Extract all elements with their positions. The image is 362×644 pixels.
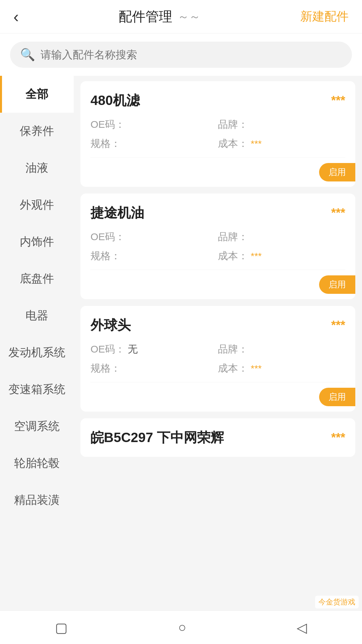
spec-label: 规格： [90,249,121,263]
search-input[interactable] [41,49,342,61]
part-name: 480机滤 [90,91,140,110]
status-badge[interactable]: 启用 [319,275,355,294]
spec-field: 规格： [90,249,218,263]
content-area: 480机滤 *** OE码： 品牌： 规格： [74,76,362,612]
header: ‹ 配件管理 ～～ 新建配件 [0,0,362,34]
part-name: 外球头 [90,316,131,334]
oe-value: 无 [128,342,138,356]
card-footer: 启用 [90,157,345,187]
part-price: *** [331,206,345,220]
sidebar-item-precision[interactable]: 精品装潢 [0,482,74,519]
card-footer: 启用 [90,382,345,412]
bottom-nav: ▢ ○ ◁ [0,610,362,644]
cost-field: 成本： *** [218,362,345,375]
sidebar-item-ac[interactable]: 空调系统 [0,408,74,445]
cost-field: 成本： *** [218,137,345,151]
brand-label: 品牌： [218,342,248,356]
sidebar-item-gearbox[interactable]: 变速箱系统 [0,371,74,408]
part-price: *** [331,431,345,445]
brand-label: 品牌： [218,118,248,131]
search-field-wrapper[interactable]: 🔍 [10,42,352,68]
search-bar: 🔍 [0,34,362,76]
cost-label: 成本： [218,249,248,263]
oe-field: OE码： 无 [90,342,218,356]
part-card-part1[interactable]: 480机滤 *** OE码： 品牌： 规格： [80,81,355,187]
nav-circle-button[interactable]: ○ [178,620,186,635]
spec-field: 规格： [90,362,218,375]
new-part-button[interactable]: 新建配件 [300,8,349,25]
card-header: 480机滤 *** [90,91,345,110]
cost-label: 成本： [218,362,248,375]
watermark: 今金货游戏 [315,596,359,608]
sidebar-item-chassis[interactable]: 底盘件 [0,260,74,297]
part-name: 捷途机油 [90,204,144,222]
status-badge[interactable]: 启用 [319,163,355,181]
card-header: 捷途机油 *** [90,204,345,222]
cost-field: 成本： *** [218,249,345,263]
spec-label: 规格： [90,362,121,375]
brand-field: 品牌： [218,230,345,244]
page-title: 配件管理 [119,7,172,26]
card-footer: 启用 [90,270,345,299]
oe-field: OE码： [90,230,218,244]
oe-label: OE码： [90,230,125,244]
sidebar-item-all[interactable]: 全部 [0,76,74,113]
sidebar-item-maintenance[interactable]: 保养件 [0,113,74,150]
card-fields: OE码： 无 品牌： 规格： 成本： *** [90,342,345,375]
header-title-group: 配件管理 ～～ [119,7,200,26]
status-badge[interactable]: 启用 [319,388,355,406]
part-card-part4[interactable]: 皖B5C297 下中网荣辉 *** [80,418,355,457]
sidebar-item-exterior[interactable]: 外观件 [0,186,74,223]
search-icon: 🔍 [20,48,35,62]
nav-triangle-button[interactable]: ◁ [297,620,307,635]
spec-field: 规格： [90,137,218,151]
nav-square-button[interactable]: ▢ [55,620,68,635]
cost-value: *** [251,363,262,374]
brand-label: 品牌： [218,230,248,244]
card-fields: OE码： 品牌： 规格： 成本： *** [90,118,345,151]
sidebar: 全部保养件油液外观件内饰件底盘件电器发动机系统变速箱系统空调系统轮胎轮毂精品装潢 [0,76,74,612]
part-price: *** [331,318,345,332]
cost-value: *** [251,139,262,149]
sidebar-item-electric[interactable]: 电器 [0,297,74,334]
part-card-part3[interactable]: 外球头 *** OE码： 无 品牌： 规格： [80,306,355,412]
sidebar-item-tire[interactable]: 轮胎轮毂 [0,445,74,482]
sidebar-item-interior[interactable]: 内饰件 [0,223,74,260]
card-header: 皖B5C297 下中网荣辉 *** [90,428,345,447]
oe-label: OE码： [90,118,125,131]
brand-field: 品牌： [218,118,345,131]
cost-value: *** [251,251,262,262]
oe-label: OE码： [90,342,125,356]
spec-label: 规格： [90,137,121,151]
oe-field: OE码： [90,118,218,131]
part-price: *** [331,94,345,108]
sidebar-item-engine[interactable]: 发动机系统 [0,334,74,371]
sidebar-item-oil[interactable]: 油液 [0,150,74,186]
part-card-part2[interactable]: 捷途机油 *** OE码： 品牌： 规格： [80,194,355,299]
main-layout: 全部保养件油液外观件内饰件底盘件电器发动机系统变速箱系统空调系统轮胎轮毂精品装潢… [0,76,362,612]
back-button[interactable]: ‹ [13,7,19,26]
eye-icon[interactable]: ～～ [178,9,200,24]
brand-field: 品牌： [218,342,345,356]
cost-label: 成本： [218,137,248,151]
card-fields: OE码： 品牌： 规格： 成本： *** [90,230,345,263]
card-header: 外球头 *** [90,316,345,334]
part-name: 皖B5C297 下中网荣辉 [90,428,224,447]
